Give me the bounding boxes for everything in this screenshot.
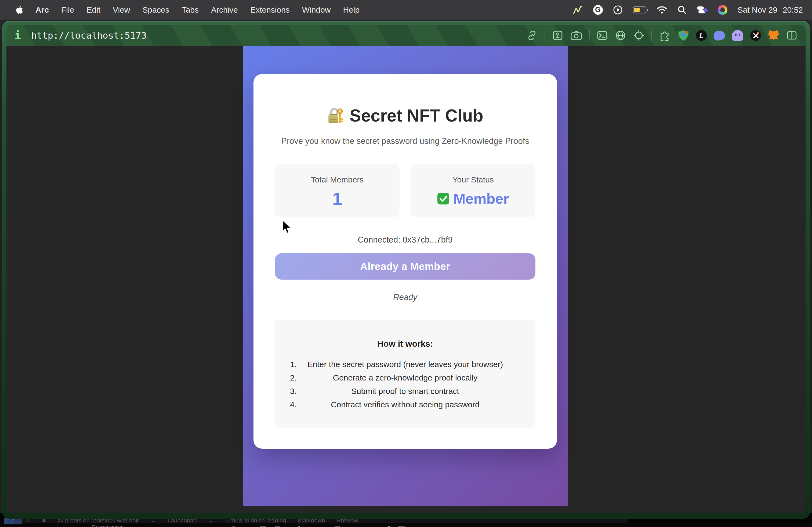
menu-item-tabs[interactable]: Tabs	[176, 5, 205, 15]
member-status: Member	[411, 190, 535, 207]
link-icon[interactable]	[526, 30, 538, 41]
menu-item-arc[interactable]: Arc	[29, 5, 55, 15]
divider	[57, 523, 58, 527]
metamask-fox-icon[interactable]	[768, 30, 779, 41]
step-number: 3.	[290, 385, 297, 398]
list-item: 1. Enter the secret password (never leav…	[275, 358, 535, 371]
mouse-cursor	[281, 220, 292, 235]
step-number: 2.	[290, 371, 297, 385]
wifi-icon[interactable]	[656, 6, 667, 14]
divider	[589, 30, 590, 41]
play-icon[interactable]	[613, 5, 623, 15]
how-it-works-box: How it works: 1. Enter the secret passwo…	[275, 320, 535, 428]
member-status-text: Member	[453, 190, 509, 207]
connected-address: Connected: 0x37cb...7bf9	[253, 235, 557, 245]
site-info-icon[interactable]: i	[14, 29, 21, 42]
menu-item-archive[interactable]: Archive	[205, 5, 244, 15]
step-number: 4.	[290, 398, 297, 411]
menu-item-file[interactable]: File	[55, 5, 80, 15]
background-document: Symbiosis Step 7: Deploy to Rootstock Te…	[0, 523, 812, 527]
page-title: Secret NFT Club	[253, 106, 557, 125]
grammarly-icon[interactable]: G	[593, 5, 603, 15]
url-text[interactable]: http://localhost:5173	[31, 30, 147, 41]
menu-item-extensions[interactable]: Extensions	[244, 5, 296, 15]
your-status-box: Your Status Member	[411, 164, 535, 217]
spotlight-search-icon[interactable]	[678, 5, 686, 15]
menu-bar: Arc File Edit View Spaces Tabs Archive E…	[0, 0, 812, 19]
rabby-wallet-icon[interactable]	[713, 30, 726, 41]
stat-label: Your Status	[411, 175, 535, 184]
apple-icon	[16, 5, 23, 14]
image-icon[interactable]	[552, 30, 563, 41]
list-item: 2. Generate a zero-knowledge proof local…	[275, 371, 535, 385]
apple-menu[interactable]	[10, 5, 29, 14]
step-text: Contract verifies without seeing passwor…	[331, 400, 480, 409]
web-page: Secret NFT Club Prove you know the secre…	[6, 46, 806, 513]
phantom-wallet-icon[interactable]	[732, 30, 743, 41]
background-blue-tab: 7	[4, 518, 22, 524]
url-bar[interactable]: i http://localhost:5173	[6, 25, 806, 46]
secret-nft-club-card: Secret NFT Club Prove you know the secre…	[253, 74, 557, 449]
menu-item-spaces[interactable]: Spaces	[136, 5, 176, 15]
background-document-heading: Step 7: Deploy to Rootstock Testnet	[230, 524, 441, 527]
step-text: Enter the secret password (never leaves …	[307, 360, 503, 369]
total-members-box: Total Members 1	[275, 164, 400, 217]
step-number: 1.	[290, 358, 297, 371]
divider	[219, 523, 219, 527]
battery-icon[interactable]	[633, 6, 646, 13]
step-text: Submit proof to smart contract	[351, 387, 459, 395]
colorful-ring-icon[interactable]	[718, 5, 727, 15]
already-a-member-button[interactable]: Already a Member	[275, 253, 535, 280]
divider	[651, 30, 652, 41]
divider	[545, 30, 545, 41]
script-l-extension-icon[interactable]: L	[696, 30, 707, 41]
page-subtitle: Prove you know the secret password using…	[253, 136, 557, 146]
menu-item-view[interactable]: View	[106, 5, 136, 15]
browser-window: i http://localhost:5173	[2, 21, 810, 519]
xverse-wallet-icon[interactable]	[750, 30, 761, 41]
menu-item-edit[interactable]: Edit	[80, 5, 106, 15]
menu-item-help[interactable]: Help	[337, 5, 366, 15]
globe-icon[interactable]	[615, 30, 626, 41]
how-it-works-list: 1. Enter the secret password (never leav…	[275, 358, 535, 411]
clock-time: 20:52	[783, 5, 803, 15]
step-text: Generate a zero-knowledge proof locally	[333, 373, 478, 382]
camera-icon[interactable]	[570, 30, 582, 41]
total-members-value: 1	[275, 189, 400, 209]
adguard-shield-icon[interactable]	[678, 30, 689, 41]
list-item: 4. Contract verifies without seeing pass…	[275, 398, 535, 411]
page-title-text: Secret NFT Club	[350, 106, 483, 125]
target-icon[interactable]	[633, 30, 644, 41]
stats-row: Total Members 1 Your Status Member	[275, 164, 535, 217]
terminal-icon[interactable]	[597, 30, 608, 41]
background-sidebar-label: Symbiosis	[91, 524, 123, 527]
menu-item-window[interactable]: Window	[296, 5, 337, 15]
stat-label: Total Members	[275, 175, 400, 184]
split-view-icon[interactable]	[786, 30, 798, 41]
menu-bar-clock[interactable]: Sat Nov 29 20:52	[738, 5, 803, 15]
check-mark-icon	[437, 192, 450, 205]
stocks-icon[interactable]	[573, 5, 583, 15]
control-center-icon[interactable]	[697, 6, 708, 14]
list-item: 3. Submit proof to smart contract	[275, 385, 535, 398]
page-gradient-background: Secret NFT Club Prove you know the secre…	[243, 46, 568, 506]
status-text: Ready	[253, 292, 557, 302]
lock-with-key-icon	[327, 107, 344, 124]
clock-date: Sat Nov 29	[738, 5, 777, 15]
puzzle-extensions-icon[interactable]	[659, 30, 671, 41]
how-it-works-heading: How it works:	[275, 339, 535, 349]
